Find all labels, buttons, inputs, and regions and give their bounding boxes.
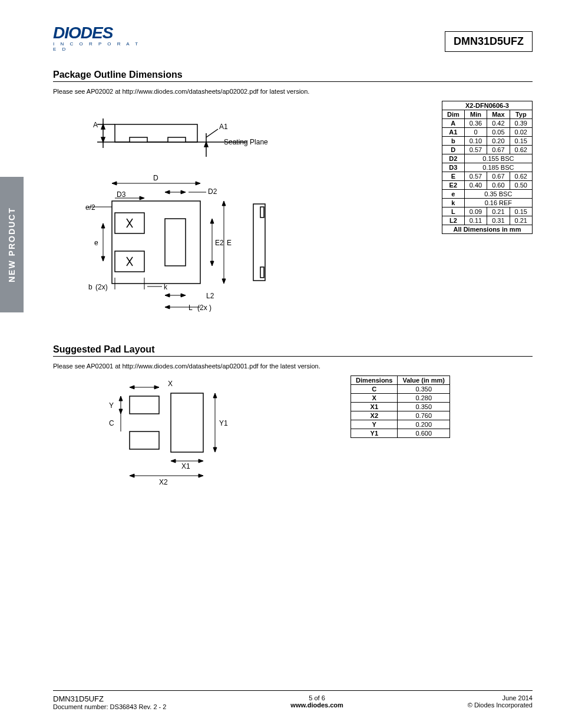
th2-dim: Dimensions <box>351 376 398 385</box>
company-logo: DIODES I N C O R P O R A T E D <box>53 24 147 52</box>
table-row: k0.16 REF <box>442 199 532 207</box>
svg-text:C: C <box>109 419 114 427</box>
footer-center: 5 of 6 www.diodes.com <box>290 694 343 710</box>
table-row: C0.350 <box>351 385 450 394</box>
footer-copyright: © Diodes Incorporated <box>468 701 533 709</box>
svg-marker-42 <box>210 261 214 266</box>
table-row: D30.185 BSC <box>442 163 532 172</box>
svg-text:Y: Y <box>109 401 114 410</box>
th-typ: Typ <box>510 110 532 119</box>
th-max: Max <box>487 110 510 119</box>
svg-marker-81 <box>171 459 176 463</box>
svg-rect-26 <box>260 267 264 278</box>
page-footer: DMN31D5UFZ Document number: DS36843 Rev.… <box>53 690 533 710</box>
table-row: A0.360.420.39 <box>442 119 532 128</box>
section2-title: Suggested Pad Layout <box>53 344 533 357</box>
svg-text:(2x): (2x) <box>95 283 108 291</box>
table-row: D0.570.670.62 <box>442 146 532 154</box>
svg-marker-45 <box>222 279 226 284</box>
svg-marker-41 <box>210 219 214 223</box>
svg-marker-8 <box>101 137 105 142</box>
footer-left: DMN31D5UFZ Document number: DS36843 Rev.… <box>53 694 166 710</box>
svg-text:D: D <box>153 174 158 182</box>
footer-part: DMN31D5UFZ <box>53 694 166 703</box>
svg-marker-72 <box>154 386 159 389</box>
footer-right: June 2014 © Diodes Incorporated <box>468 694 533 710</box>
table1-title: X2-DFN0606-3 <box>442 101 532 110</box>
svg-rect-25 <box>260 207 264 218</box>
footer-page: 5 of 6 <box>290 694 343 701</box>
pad-table: Dimensions Value (in mm) C0.350X0.280X10… <box>351 375 450 438</box>
table-row: A100.050.02 <box>442 128 532 137</box>
th-min: Min <box>464 110 487 119</box>
svg-text:e: e <box>94 239 98 247</box>
section1-body: A A1 Seating Plane <box>53 101 533 321</box>
svg-text:X: X <box>168 380 173 388</box>
table-row: E0.570.670.62 <box>442 172 532 181</box>
th-dim: Dim <box>442 110 464 119</box>
svg-marker-38 <box>101 223 105 228</box>
svg-marker-7 <box>101 124 105 129</box>
svg-text:k: k <box>164 283 168 291</box>
logo-brand: DIODES <box>53 24 147 42</box>
svg-marker-74 <box>119 396 123 401</box>
svg-rect-69 <box>171 393 203 452</box>
svg-marker-51 <box>181 294 186 297</box>
svg-text:E2: E2 <box>215 239 224 247</box>
svg-marker-44 <box>222 201 226 206</box>
svg-text:e/2: e/2 <box>85 203 95 212</box>
table-row: L0.090.210.15 <box>442 207 532 216</box>
svg-text:Y1: Y1 <box>219 419 228 427</box>
svg-marker-82 <box>199 459 203 463</box>
footer-date: June 2014 <box>468 694 533 701</box>
svg-text:D3: D3 <box>117 190 126 199</box>
table-row: D20.155 BSC <box>442 154 532 163</box>
svg-text:X1: X1 <box>181 462 190 470</box>
svg-text:b: b <box>88 283 92 291</box>
page-content: DIODES I N C O R P O R A T E D DMN31D5UF… <box>0 0 562 495</box>
table-row: Y10.600 <box>351 429 450 438</box>
section2-note: Please see AP02001 at http://www.diodes.… <box>53 363 533 370</box>
svg-marker-85 <box>199 474 203 477</box>
svg-text:Seating Plane: Seating Plane <box>224 138 268 146</box>
svg-text:A1: A1 <box>219 123 228 131</box>
svg-text:L: L <box>189 304 193 312</box>
svg-text:E: E <box>227 239 232 247</box>
svg-marker-75 <box>119 409 123 414</box>
table-row: e0.35 BSC <box>442 190 532 199</box>
pad-layout-diagram: X Y C Y1 X1 X2 <box>53 375 333 495</box>
svg-rect-19 <box>165 219 186 266</box>
svg-text:A: A <box>93 121 98 129</box>
section2-body: X Y C Y1 X1 X2 Dimensions Value (in mm) … <box>53 375 533 495</box>
svg-marker-28 <box>112 182 117 185</box>
th2-val: Value (in mm) <box>398 376 450 385</box>
footer-url: www.diodes.com <box>290 701 343 709</box>
logo-subtitle: I N C O R P O R A T E D <box>53 41 147 52</box>
new-product-tab: NEW PRODUCT <box>0 177 24 312</box>
svg-marker-39 <box>101 256 105 261</box>
svg-marker-50 <box>165 294 170 297</box>
svg-marker-84 <box>130 474 134 477</box>
header-row: DIODES I N C O R P O R A T E D DMN31D5UF… <box>53 24 533 52</box>
package-table: X2-DFN0606-3 Dim Min Max Typ A0.360.420.… <box>442 101 533 234</box>
svg-marker-53 <box>165 305 170 309</box>
svg-marker-78 <box>213 393 217 398</box>
table-row: b0.100.200.15 <box>442 137 532 146</box>
svg-rect-2 <box>130 137 147 142</box>
svg-rect-3 <box>168 137 186 142</box>
svg-line-9 <box>206 129 218 137</box>
svg-marker-12 <box>204 142 208 147</box>
svg-marker-71 <box>130 386 134 389</box>
svg-rect-24 <box>253 204 265 281</box>
table-row: X10.350 <box>351 403 450 411</box>
svg-rect-68 <box>130 431 159 449</box>
part-number-box: DMN31D5UFZ <box>445 31 533 52</box>
svg-rect-16 <box>112 201 200 284</box>
svg-marker-35 <box>140 196 144 200</box>
table-row: X0.280 <box>351 394 450 403</box>
svg-marker-79 <box>213 447 217 452</box>
table-row: Y0.200 <box>351 420 450 429</box>
table-row: L20.110.310.21 <box>442 216 532 225</box>
table-row: X20.760 <box>351 411 450 420</box>
svg-text:D2: D2 <box>208 187 217 196</box>
